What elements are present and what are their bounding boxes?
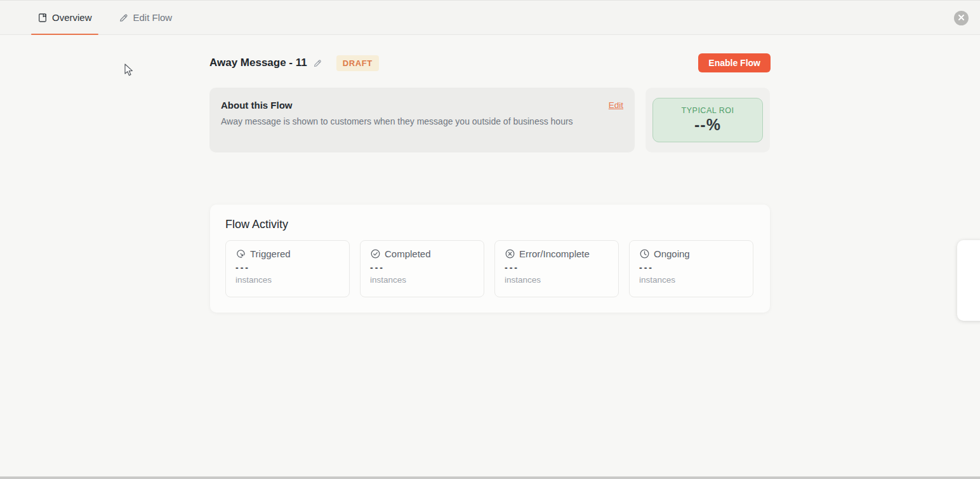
mouse-cursor [122, 64, 135, 80]
stat-card-completed: Completed --- instances [360, 240, 484, 297]
stat-unit: instances [505, 275, 609, 285]
tab-list: Overview Edit Flow [31, 1, 178, 34]
window-bottom-edge [0, 476, 980, 479]
stat-value: --- [370, 262, 474, 273]
stat-value: --- [505, 262, 609, 273]
stat-value: --- [639, 262, 743, 273]
tab-overview[interactable]: Overview [31, 1, 98, 34]
book-icon [37, 13, 48, 23]
stat-card-error-incomplete: Error/Incomplete --- instances [494, 240, 619, 297]
stat-unit: instances [639, 275, 743, 285]
edit-description-link[interactable]: Edit [609, 100, 623, 110]
stat-label: Ongoing [654, 248, 690, 259]
about-flow-description: Away message is shown to customers when … [221, 116, 623, 126]
top-tab-bar: Overview Edit Flow [0, 0, 980, 35]
stat-card-ongoing: Ongoing --- instances [629, 240, 753, 297]
stat-card-triggered: Triggered --- instances [225, 240, 350, 297]
about-flow-title: About this Flow [221, 100, 292, 111]
stat-unit: instances [370, 275, 474, 285]
stat-label: Completed [385, 248, 431, 259]
flow-activity-stats: Triggered --- instances Completed --- in… [225, 240, 755, 297]
clock-icon [639, 248, 650, 259]
status-badge: DRAFT [336, 55, 379, 71]
tab-edit-flow-label: Edit Flow [133, 12, 173, 23]
stat-label: Triggered [250, 248, 291, 259]
need-help-tab[interactable]: Need help? [957, 240, 980, 321]
page-title: Away Message - 11 [209, 57, 307, 69]
pencil-icon [119, 13, 129, 23]
flow-activity-title: Flow Activity [225, 218, 755, 231]
flow-activity-panel: Flow Activity Triggered --- instances [210, 205, 770, 313]
tab-edit-flow[interactable]: Edit Flow [112, 1, 179, 34]
typical-roi-inner: TYPICAL ROI --% [652, 98, 763, 142]
about-flow-header: About this Flow Edit [221, 100, 623, 111]
stat-unit: instances [235, 275, 340, 285]
pencil-icon[interactable] [313, 58, 322, 68]
check-circle-icon [370, 248, 381, 259]
tab-overview-label: Overview [52, 12, 92, 23]
about-flow-card: About this Flow Edit Away message is sho… [209, 88, 635, 152]
stat-value: --- [235, 262, 340, 273]
x-circle-icon [505, 248, 515, 259]
close-button[interactable] [954, 11, 969, 25]
typical-roi-label: TYPICAL ROI [682, 106, 734, 115]
enable-flow-button[interactable]: Enable Flow [698, 53, 771, 72]
typical-roi-card: TYPICAL ROI --% [646, 88, 770, 152]
close-icon [958, 13, 965, 23]
flow-header: Away Message - 11 DRAFT Enable Flow [209, 53, 771, 72]
stat-label: Error/Incomplete [519, 248, 590, 259]
trigger-click-icon [235, 248, 246, 259]
typical-roi-value: --% [694, 116, 721, 134]
